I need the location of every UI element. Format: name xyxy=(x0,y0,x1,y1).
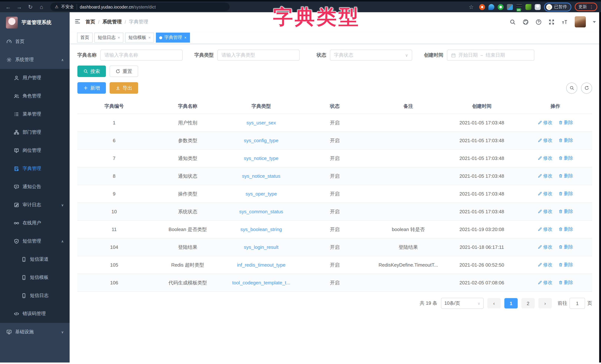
user-avatar[interactable] xyxy=(575,16,586,27)
edit-link[interactable]: 修改 xyxy=(538,226,552,233)
address-bar[interactable]: ⚠ 不安全 dashboard.yudao.iocoder.cn/system/… xyxy=(50,3,230,11)
edit-link[interactable]: 修改 xyxy=(538,137,552,144)
cell-type[interactable]: sys_login_result xyxy=(224,238,298,256)
edit-link[interactable]: 修改 xyxy=(538,280,552,286)
cell-type[interactable]: sys_notice_status xyxy=(224,167,298,185)
extension-icon-orange[interactable] xyxy=(479,4,485,10)
tab-字典管理[interactable]: 字典管理× xyxy=(156,33,190,43)
security-label[interactable]: 不安全 xyxy=(61,4,77,10)
sidebar-item-sms-channel[interactable]: 短信渠道 xyxy=(0,250,70,268)
user-menu-caret-icon[interactable] xyxy=(593,21,596,23)
fullscreen-icon[interactable] xyxy=(548,19,555,25)
sidebar-item-posts[interactable]: 岗位管理 xyxy=(0,142,70,160)
page-button-2[interactable]: 2 xyxy=(521,298,535,308)
page-button-1[interactable]: 1 xyxy=(504,298,518,308)
header-search-icon[interactable] xyxy=(509,19,516,25)
add-button[interactable]: 新增 xyxy=(77,82,106,94)
sidebar-item-menus[interactable]: 菜单管理 xyxy=(0,105,70,123)
next-page-button[interactable]: › xyxy=(538,298,552,308)
phone-icon xyxy=(21,293,27,298)
delete-link[interactable]: 删除 xyxy=(558,137,573,144)
extension-icon-white-figure[interactable] xyxy=(534,4,541,10)
cell-type[interactable]: sys_config_type xyxy=(224,132,298,149)
paused-extension-pill[interactable]: ☺ 已暂停 xyxy=(544,2,571,11)
date-range-picker[interactable]: 开始日期 ~ 结束日期 xyxy=(447,50,534,61)
sidebar-item-system[interactable]: 系统管理∧ xyxy=(0,51,70,69)
status-select[interactable]: 字典状态∨ xyxy=(330,50,412,61)
breadcrumb-item-1[interactable]: 系统管理 xyxy=(102,19,122,25)
sidebar-item-users[interactable]: 用户管理 xyxy=(0,69,70,87)
github-icon[interactable] xyxy=(522,19,529,25)
tab-close-icon[interactable]: × xyxy=(184,36,186,40)
cell-type[interactable]: sys_oper_type xyxy=(224,185,298,203)
dict-name-input[interactable]: 请输入字典名称 xyxy=(100,50,182,61)
cell-type[interactable]: tool_codegen_template_t... xyxy=(224,274,298,292)
sidebar-item-errcode[interactable]: 错误码管理 xyxy=(0,305,70,323)
edit-link[interactable]: 修改 xyxy=(538,244,552,250)
delete-link[interactable]: 删除 xyxy=(558,191,573,197)
extension-icon-blue-drop[interactable] xyxy=(488,4,494,10)
cell-type[interactable]: sys_notice_type xyxy=(224,149,298,167)
browser-menu-dots-icon[interactable]: ⋮ xyxy=(589,4,594,10)
edit-link[interactable]: 修改 xyxy=(538,209,552,215)
browser-scrollbar[interactable] xyxy=(599,12,601,363)
delete-link[interactable]: 删除 xyxy=(558,173,573,179)
delete-link[interactable]: 删除 xyxy=(558,120,573,126)
refresh-table-button[interactable] xyxy=(581,82,592,93)
sidebar-item-home[interactable]: 首页 xyxy=(0,33,70,51)
export-button[interactable]: 导出 xyxy=(110,82,138,94)
sidebar-item-roles[interactable]: 角色管理 xyxy=(0,87,70,105)
sidebar-item-audit[interactable]: 审计日志∨ xyxy=(0,196,70,214)
dict-type-input[interactable]: 请输入字典类型 xyxy=(217,50,300,61)
delete-link[interactable]: 删除 xyxy=(558,262,573,268)
delete-link[interactable]: 删除 xyxy=(558,226,573,233)
sidebar-item-online[interactable]: 在线用户 xyxy=(0,214,70,232)
edit-link[interactable]: 修改 xyxy=(538,173,552,179)
sidebar-toggle-button[interactable] xyxy=(74,18,81,26)
edit-link[interactable]: 修改 xyxy=(538,120,552,126)
tab-首页[interactable]: 首页 xyxy=(77,33,93,43)
cell-type[interactable]: sys_user_sex xyxy=(224,114,298,132)
app-logo-row[interactable]: 芋道管理系统 xyxy=(0,12,70,33)
cell-type[interactable]: inf_redis_timeout_type xyxy=(224,256,298,274)
extension-icon-blue-diamond[interactable] xyxy=(507,4,513,10)
page-size-select[interactable]: 10条/页∨ xyxy=(441,298,484,309)
delete-link[interactable]: 删除 xyxy=(558,209,573,215)
extension-icon-green-leaf[interactable] xyxy=(525,4,531,10)
tab-close-icon[interactable]: × xyxy=(149,36,151,40)
edit-link[interactable]: 修改 xyxy=(538,155,552,162)
goto-page-input[interactable]: 1 xyxy=(570,298,585,309)
reset-button[interactable]: 重置 xyxy=(110,66,138,77)
help-icon[interactable] xyxy=(535,19,542,25)
font-size-icon[interactable] xyxy=(561,19,568,25)
edit-link[interactable]: 修改 xyxy=(538,191,552,197)
delete-link[interactable]: 删除 xyxy=(558,280,573,286)
extension-icon-dark-lines[interactable]: on xyxy=(516,4,522,10)
tab-短信日志[interactable]: 短信日志× xyxy=(94,33,123,43)
prev-page-button[interactable]: ‹ xyxy=(487,298,501,308)
cell-type[interactable]: sys_common_status xyxy=(224,203,298,221)
browser-forward-icon[interactable]: → xyxy=(15,2,24,11)
sidebar-item-infra[interactable]: 基础设施∨ xyxy=(0,323,70,341)
browser-back-icon[interactable]: ← xyxy=(4,2,13,11)
sidebar-item-sms[interactable]: 短信管理∧ xyxy=(0,232,70,250)
bookmark-star-icon[interactable]: ☆ xyxy=(467,2,476,11)
sidebar-item-depts[interactable]: 部门管理 xyxy=(0,123,70,142)
sidebar-item-dict[interactable]: 字典管理 xyxy=(0,160,70,178)
search-button[interactable]: 搜索 xyxy=(77,66,106,77)
delete-link[interactable]: 删除 xyxy=(558,155,573,162)
extension-icon-green-circle[interactable] xyxy=(498,4,503,10)
delete-link[interactable]: 删除 xyxy=(558,244,573,250)
browser-reload-icon[interactable]: ↻ xyxy=(26,2,35,11)
cell-type[interactable]: sys_boolean_string xyxy=(224,221,298,238)
sidebar-item-sms-log[interactable]: 短信日志 xyxy=(0,287,70,305)
tab-close-icon[interactable]: × xyxy=(118,36,120,40)
tab-短信模板[interactable]: 短信模板× xyxy=(125,33,154,43)
sidebar-item-notice[interactable]: 通知公告 xyxy=(0,178,70,196)
edit-link[interactable]: 修改 xyxy=(538,262,552,268)
browser-update-button[interactable]: 更新 ⋮ xyxy=(575,3,597,11)
toggle-search-button[interactable] xyxy=(566,82,577,93)
browser-home-icon[interactable]: ⌂ xyxy=(37,2,46,11)
breadcrumb-item-0[interactable]: 首页 xyxy=(86,19,95,25)
sidebar-item-sms-template[interactable]: 短信模板 xyxy=(0,268,70,287)
